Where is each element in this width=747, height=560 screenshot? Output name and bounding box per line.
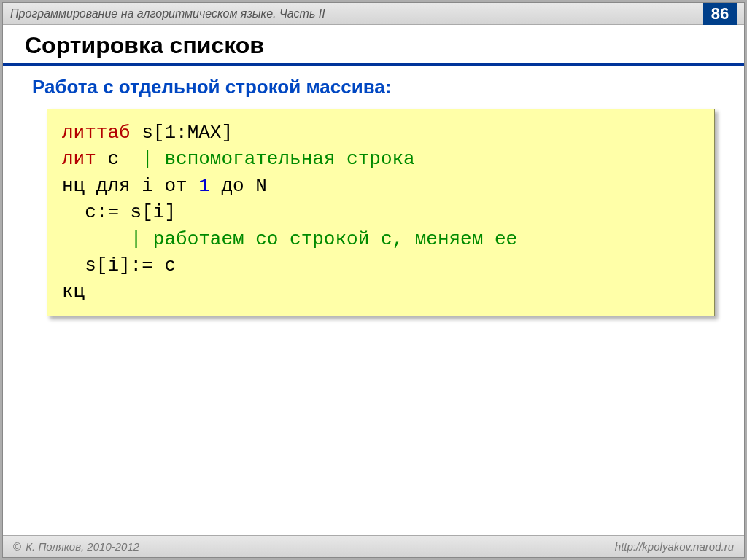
code-wrapper: литтаб s[1:MAX] лит c | вспомогательная … xyxy=(3,109,744,316)
code-text: i xyxy=(131,175,165,197)
code-text: кц xyxy=(62,281,85,303)
footer-bar: © К. Поляков, 2010-2012 http://kpolyakov… xyxy=(3,535,744,557)
code-text: s[1:MAX] xyxy=(131,122,233,144)
code-keyword: литтаб xyxy=(62,122,131,144)
code-comment: | работаем со строкой c, меняем ее xyxy=(131,228,518,250)
code-text xyxy=(62,228,131,250)
code-text: c:= s[i] xyxy=(62,201,176,223)
code-text: s[i]:= c xyxy=(62,254,176,276)
code-text: c xyxy=(96,148,142,170)
footer-copyright: © К. Поляков, 2010-2012 xyxy=(13,540,139,553)
slide-content: Сортировка списков Работа с отдельной ст… xyxy=(3,25,744,535)
slide-page: Программирование на алгоритмическом язык… xyxy=(2,2,745,558)
header-title: Программирование на алгоритмическом язык… xyxy=(10,7,325,20)
code-keyword: лит xyxy=(62,148,96,170)
code-comment: | вспомогательная строка xyxy=(142,148,414,170)
code-text: до xyxy=(221,175,244,197)
code-text: нц для xyxy=(62,175,131,197)
slide-title: Сортировка списков xyxy=(3,32,744,66)
page-number: 86 xyxy=(703,3,737,25)
copyright-symbol-icon: © xyxy=(13,540,21,553)
code-number: 1 xyxy=(187,175,222,197)
header-bar: Программирование на алгоритмическом язык… xyxy=(3,3,744,25)
code-block: литтаб s[1:MAX] лит c | вспомогательная … xyxy=(47,109,715,316)
code-text: N xyxy=(244,175,267,197)
slide-subtitle: Работа с отдельной строкой массива: xyxy=(3,76,744,98)
code-text: от xyxy=(164,175,187,197)
footer-url: http://kpolyakov.narod.ru xyxy=(615,540,734,553)
copyright-text: К. Поляков, 2010-2012 xyxy=(23,540,139,553)
